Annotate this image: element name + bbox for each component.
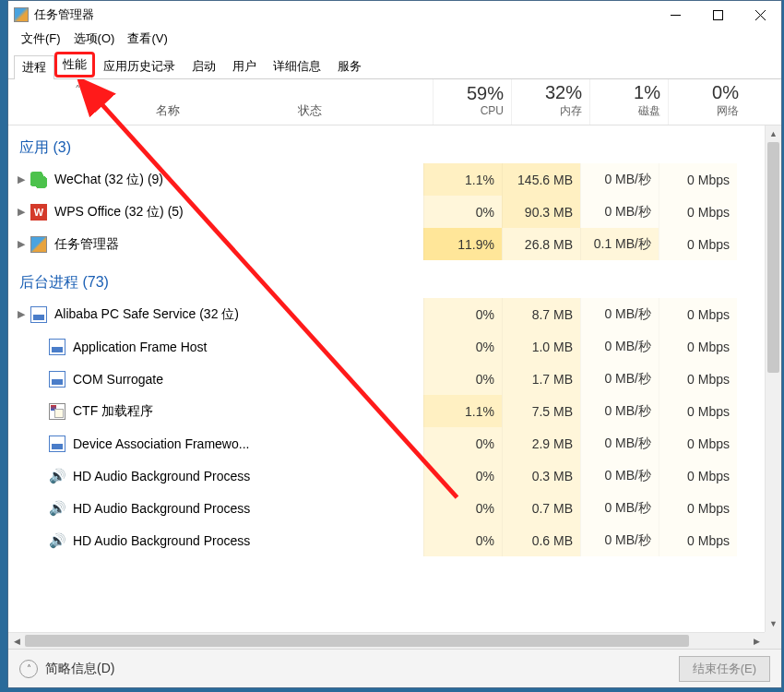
tab-users[interactable]: 用户: [224, 54, 265, 78]
cell-disk: 0 MB/秒: [580, 330, 659, 363]
cell-cpu: 0%: [423, 492, 502, 524]
process-name: Alibaba PC Safe Service (32 位): [54, 306, 239, 323]
tab-services[interactable]: 服务: [329, 54, 370, 78]
cpu-percent: 59%: [467, 83, 504, 104]
expand-icon[interactable]: ▶: [12, 173, 30, 185]
cell-mem: 1.0 MB: [502, 330, 580, 363]
horizontal-scrollbar[interactable]: ◀ ▶: [8, 632, 765, 649]
cell-cpu: 0%: [423, 330, 502, 363]
tab-performance[interactable]: 性能: [54, 52, 95, 78]
generic-app-icon: [49, 339, 65, 355]
row-afh[interactable]: Application Frame Host 0% 1.0 MB 0 MB/秒 …: [8, 330, 781, 363]
vertical-scrollbar[interactable]: ▲ ▼: [765, 125, 781, 632]
menu-options[interactable]: 选项(O): [70, 30, 119, 48]
col-network[interactable]: 0% 网络: [668, 79, 746, 125]
fewer-details-button[interactable]: ˄ 简略信息(D): [19, 660, 114, 678]
scroll-left-icon[interactable]: ◀: [8, 633, 25, 649]
cell-cpu: 0%: [423, 459, 502, 492]
cell-mem: 1.7 MB: [502, 363, 580, 395]
cell-disk: 0.1 MB/秒: [580, 228, 659, 260]
row-hd2[interactable]: 🔊 HD Audio Background Process 0% 0.7 MB …: [8, 492, 781, 524]
cell-net: 0 Mbps: [659, 395, 737, 427]
expand-icon[interactable]: ▶: [12, 238, 30, 250]
status-bar: ˄ 简略信息(D) 结束任务(E): [8, 649, 781, 687]
cell-cpu: 1.1%: [423, 163, 502, 196]
row-taskmgr[interactable]: ▶ 任务管理器 11.9% 26.8 MB 0.1 MB/秒 0 Mbps: [8, 228, 781, 260]
scroll-thumb[interactable]: [767, 142, 779, 373]
end-task-button[interactable]: 结束任务(E): [679, 656, 770, 682]
row-hd1[interactable]: 🔊 HD Audio Background Process 0% 0.3 MB …: [8, 459, 781, 492]
process-name: HD Audio Background Process: [73, 501, 250, 516]
cell-mem: 2.9 MB: [502, 427, 580, 459]
tab-details[interactable]: 详细信息: [265, 54, 329, 78]
scroll-up-icon[interactable]: ▲: [766, 125, 781, 142]
generic-app-icon: [49, 371, 65, 388]
tab-startup[interactable]: 启动: [184, 54, 224, 78]
cell-mem: 7.5 MB: [502, 395, 580, 427]
row-wps[interactable]: ▶ W WPS Office (32 位) (5) 0% 90.3 MB 0 M…: [8, 196, 781, 228]
cell-disk: 0 MB/秒: [580, 427, 659, 459]
expand-icon[interactable]: ▶: [12, 308, 30, 320]
tab-app-history[interactable]: 应用历史记录: [95, 54, 184, 78]
cell-cpu: 0%: [423, 427, 502, 459]
row-com[interactable]: COM Surrogate 0% 1.7 MB 0 MB/秒 0 Mbps: [8, 363, 781, 395]
generic-app-icon: [30, 306, 47, 323]
cell-disk: 0 MB/秒: [580, 459, 659, 492]
process-name: HD Audio Background Process: [73, 533, 250, 548]
cell-net: 0 Mbps: [659, 427, 737, 459]
wps-icon: W: [30, 204, 47, 221]
minimize-button[interactable]: [654, 1, 696, 29]
col-disk[interactable]: 1% 磁盘: [589, 79, 668, 125]
content-area: ˄ 名称 状态 59% CPU 32% 内存 1% 磁盘 0% 网络 应用: [8, 79, 781, 649]
cell-cpu: 0%: [423, 196, 502, 228]
col-name[interactable]: 名称: [147, 79, 294, 125]
process-name: Application Frame Host: [73, 340, 208, 354]
cell-mem: 26.8 MB: [502, 228, 580, 260]
window-title: 任务管理器: [34, 6, 94, 23]
app-icon: [14, 7, 29, 22]
scroll-thumb[interactable]: [25, 635, 689, 647]
cell-net: 0 Mbps: [659, 363, 737, 395]
col-cpu[interactable]: 59% CPU: [433, 79, 511, 125]
column-headers: ˄ 名称 状态 59% CPU 32% 内存 1% 磁盘 0% 网络: [8, 79, 781, 125]
row-wechat[interactable]: ▶ WeChat (32 位) (9) 1.1% 145.6 MB 0 MB/秒…: [8, 163, 781, 196]
chevron-up-icon: ˄: [19, 660, 38, 678]
cell-mem: 0.3 MB: [502, 459, 580, 492]
cell-mem: 0.6 MB: [502, 524, 580, 556]
scroll-down-icon[interactable]: ▼: [766, 615, 781, 632]
task-manager-window: 任务管理器 文件(F) 选项(O) 查看(V) 进程 性能 应用历史记录 启动 …: [7, 0, 782, 688]
row-daf[interactable]: Device Association Framewo... 0% 2.9 MB …: [8, 427, 781, 459]
maximize-button[interactable]: [696, 1, 739, 29]
wechat-icon: [30, 172, 47, 188]
close-button[interactable]: [739, 1, 781, 29]
tab-processes[interactable]: 进程: [14, 55, 54, 79]
row-ctf[interactable]: CTF 加载程序 1.1% 7.5 MB 0 MB/秒 0 Mbps: [8, 395, 781, 427]
scroll-right-icon[interactable]: ▶: [748, 633, 765, 649]
cell-cpu: 0%: [423, 298, 502, 330]
generic-app-icon: [49, 435, 65, 452]
col-memory[interactable]: 32% 内存: [511, 79, 589, 125]
expand-icon[interactable]: ▶: [12, 206, 30, 218]
mem-label: 内存: [560, 103, 582, 119]
row-alibaba[interactable]: ▶ Alibaba PC Safe Service (32 位) 0% 8.7 …: [8, 298, 781, 330]
group-background: 后台进程 (73): [8, 260, 781, 298]
tab-strip: 进程 性能 应用历史记录 启动 用户 详细信息 服务: [8, 49, 781, 79]
menu-file[interactable]: 文件(F): [18, 30, 65, 48]
sort-indicator[interactable]: ˄: [8, 79, 147, 125]
audio-icon: 🔊: [49, 532, 65, 549]
fewer-details-label: 简略信息(D): [45, 661, 114, 677]
menu-view[interactable]: 查看(V): [124, 30, 171, 48]
cell-disk: 0 MB/秒: [580, 163, 659, 196]
title-bar[interactable]: 任务管理器: [8, 1, 781, 29]
process-name: WPS Office (32 位) (5): [54, 204, 184, 221]
row-hd3[interactable]: 🔊 HD Audio Background Process 0% 0.6 MB …: [8, 524, 781, 556]
cell-mem: 8.7 MB: [502, 298, 580, 330]
col-status[interactable]: 状态: [294, 79, 433, 125]
process-name: WeChat (32 位) (9): [54, 172, 163, 188]
cell-disk: 0 MB/秒: [580, 395, 659, 427]
cell-cpu: 0%: [423, 363, 502, 395]
audio-icon: 🔊: [49, 468, 65, 484]
group-apps: 应用 (3): [8, 125, 781, 163]
cell-disk: 0 MB/秒: [580, 298, 659, 330]
menu-bar: 文件(F) 选项(O) 查看(V): [8, 29, 781, 49]
